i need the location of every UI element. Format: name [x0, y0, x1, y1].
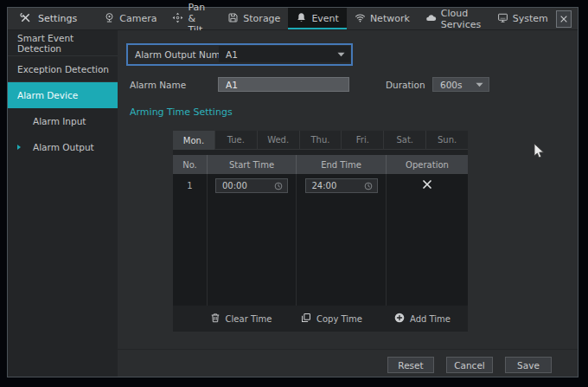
sidebar-item-alarm-device[interactable]: Alarm Device	[8, 82, 118, 108]
duration-value: 600s	[440, 80, 463, 90]
arming-time-panel: Mon. Tue. Wed. Thu. Fri. Sat. Sun. No. S…	[173, 131, 468, 332]
no-column: 1	[173, 174, 208, 306]
cancel-button[interactable]: Cancel	[446, 357, 493, 373]
sidebar-item-label: Exception Detection	[17, 64, 109, 74]
main-area: Smart Event Detection Exception Detectio…	[8, 30, 578, 377]
operation-column	[387, 174, 468, 306]
tab-cloud-services[interactable]: Cloud Services	[418, 8, 489, 29]
arming-table-header: No. Start Time End Time Operation	[173, 155, 468, 174]
alarm-name-input[interactable]	[218, 77, 349, 92]
alarm-output-number-value: A1	[226, 49, 238, 60]
tab-storage-label: Storage	[243, 13, 280, 24]
tab-camera-label: Camera	[119, 13, 157, 24]
storage-icon	[227, 12, 239, 26]
save-button[interactable]: Save	[505, 357, 552, 373]
day-tab-label: Fri.	[356, 135, 369, 145]
copy-icon	[301, 313, 311, 325]
day-tab-mon[interactable]: Mon.	[173, 131, 215, 150]
sidebar-item-label: Smart Event Detection	[17, 33, 118, 54]
add-time-label: Add Time	[410, 314, 451, 324]
day-tab-label: Wed.	[267, 135, 289, 145]
system-monitor-icon	[497, 12, 508, 26]
alarm-output-number-select[interactable]: A1	[219, 46, 350, 62]
arming-table-body: 1 00:00	[173, 174, 468, 306]
day-tabs: Mon. Tue. Wed. Thu. Fri. Sat. Sun.	[173, 131, 468, 150]
content-area: Alarm Output Number A1 Alarm Name Durati…	[118, 30, 578, 377]
tab-network[interactable]: Network	[347, 8, 418, 29]
copy-time-label: Copy Time	[316, 314, 362, 324]
sidebar-item-alarm-output[interactable]: Alarm Output	[8, 134, 118, 160]
day-tab-label: Sun.	[438, 135, 457, 145]
network-wifi-icon	[355, 12, 366, 26]
expand-arrow-icon	[17, 145, 21, 150]
plus-circle-icon	[394, 313, 405, 325]
top-bar: Settings Camera	[8, 8, 578, 30]
day-tab-sun[interactable]: Sun.	[426, 131, 468, 150]
alarm-output-number-row: Alarm Output Number A1	[126, 43, 353, 66]
copy-time-button[interactable]: Copy Time	[286, 313, 377, 325]
day-tab-label: Mon.	[183, 136, 204, 145]
duration-label: Duration	[386, 80, 425, 90]
col-header-end-time: End Time	[297, 155, 387, 174]
sidebar-item-label: Alarm Input	[33, 116, 86, 126]
day-tab-fri[interactable]: Fri.	[342, 131, 384, 150]
sidebar-item-label: Alarm Output	[33, 142, 94, 152]
day-tab-label: Thu.	[311, 135, 330, 145]
footer-divider	[118, 349, 578, 350]
day-tab-sat[interactable]: Sat.	[384, 131, 426, 150]
end-time-value: 24:00	[312, 181, 337, 190]
settings-window: Settings Camera	[7, 7, 578, 377]
close-icon	[559, 10, 568, 27]
close-button[interactable]	[556, 10, 572, 28]
clear-time-label: Clear Time	[226, 314, 272, 324]
camera-icon	[104, 12, 115, 26]
trash-icon	[210, 313, 220, 325]
col-header-start-time: Start Time	[208, 155, 297, 174]
sidebar: Smart Event Detection Exception Detectio…	[8, 30, 118, 377]
day-tab-wed[interactable]: Wed.	[258, 131, 300, 150]
tab-cloud-services-label: Cloud Services	[441, 8, 482, 30]
tab-system[interactable]: System	[489, 8, 556, 29]
row-number: 1	[187, 178, 192, 190]
sidebar-item-alarm-input[interactable]: Alarm Input	[8, 108, 118, 134]
start-time-column: 00:00	[208, 174, 297, 306]
pan-tilt-icon	[172, 12, 183, 26]
sidebar-item-smart-event-detection[interactable]: Smart Event Detection	[8, 30, 118, 56]
sidebar-item-label: Alarm Device	[17, 90, 78, 100]
add-time-button[interactable]: Add Time	[377, 313, 468, 325]
day-tab-tue[interactable]: Tue.	[215, 131, 258, 150]
delete-row-button[interactable]	[422, 179, 432, 190]
clear-time-button[interactable]: Clear Time	[195, 313, 286, 325]
settings-title: Settings	[8, 8, 96, 29]
settings-tools-icon	[20, 12, 31, 26]
day-tab-thu[interactable]: Thu.	[300, 131, 342, 150]
settings-label: Settings	[38, 13, 77, 24]
chevron-down-icon	[337, 52, 345, 57]
sidebar-item-exception-detection[interactable]: Exception Detection	[8, 56, 118, 82]
top-tabs: Camera Pan & Tilt	[96, 8, 556, 29]
tab-pan-tilt[interactable]: Pan & Tilt	[164, 8, 220, 29]
cloud-icon	[425, 12, 437, 26]
reset-button[interactable]: Reset	[387, 357, 434, 373]
day-tab-label: Sat.	[396, 135, 413, 145]
clock-icon	[364, 182, 373, 190]
duration-select[interactable]: 600s	[432, 77, 489, 92]
chevron-down-icon	[476, 82, 483, 87]
clock-icon	[274, 182, 283, 190]
end-time-input[interactable]: 24:00	[305, 178, 378, 193]
tab-camera[interactable]: Camera	[96, 8, 164, 29]
footer-buttons: Reset Cancel Save	[387, 357, 552, 373]
tab-event-label: Event	[311, 13, 339, 24]
tab-system-label: System	[513, 13, 548, 24]
col-header-no: No.	[173, 155, 208, 174]
tab-network-label: Network	[370, 13, 410, 24]
arming-actions: Clear Time Copy Time	[173, 306, 468, 332]
day-tab-label: Tue.	[227, 135, 245, 145]
tab-event[interactable]: Event	[288, 8, 347, 29]
arming-time-settings-title: Arming Time Settings	[130, 106, 233, 118]
start-time-input[interactable]: 00:00	[215, 178, 288, 193]
end-time-column: 24:00	[297, 174, 387, 306]
tab-storage[interactable]: Storage	[220, 8, 288, 29]
alarm-name-label: Alarm Name	[130, 80, 186, 90]
start-time-value: 00:00	[222, 181, 247, 190]
